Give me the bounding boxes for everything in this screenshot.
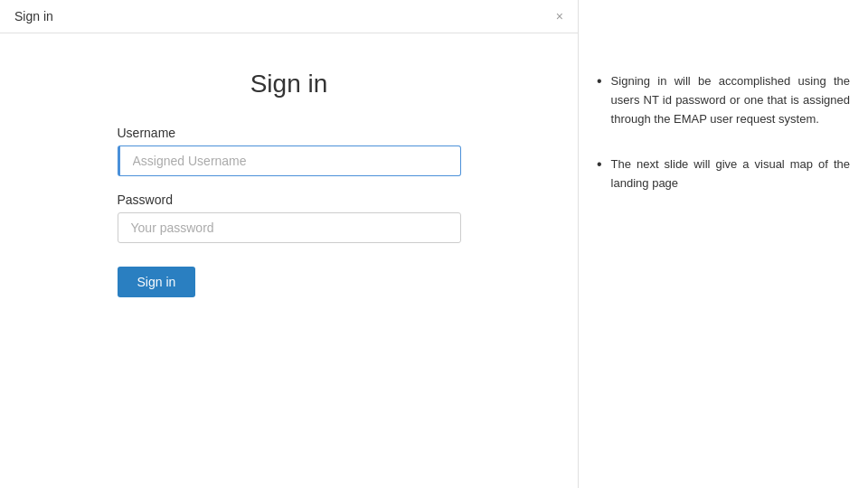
username-label: Username: [118, 126, 461, 140]
close-button[interactable]: ×: [556, 10, 563, 23]
password-label: Password: [118, 192, 461, 207]
bullet-dot-1: •: [597, 73, 602, 89]
bullet-dot-2: •: [597, 156, 602, 173]
bullet-item-1: • Signing in will be accomplished using …: [597, 72, 850, 128]
info-panel: • Signing in will be accomplished using …: [579, 0, 868, 488]
username-input[interactable]: [118, 145, 461, 176]
password-group: Password: [118, 192, 461, 243]
bullet-text-2: The next slide will give a visual map of…: [611, 155, 850, 193]
dialog-body: Sign in Username Password Sign in: [0, 33, 578, 488]
username-group: Username: [118, 126, 461, 176]
password-input[interactable]: [118, 212, 461, 243]
form-heading: Sign in: [250, 70, 328, 99]
dialog-titlebar: Sign in ×: [0, 0, 578, 33]
sign-in-dialog: Sign in × Sign in Username Password Sign…: [0, 0, 579, 488]
sign-in-button[interactable]: Sign in: [118, 267, 196, 297]
dialog-title: Sign in: [14, 9, 53, 23]
form-container: Username Password Sign in: [118, 126, 461, 297]
bullet-item-2: • The next slide will give a visual map …: [597, 155, 850, 193]
bullet-text-1: Signing in will be accomplished using th…: [611, 72, 850, 128]
